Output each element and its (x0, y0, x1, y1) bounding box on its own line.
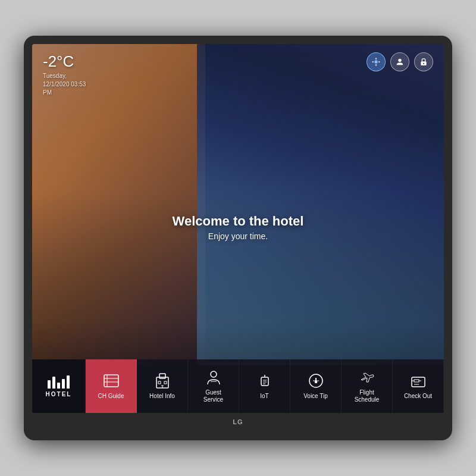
hotel-info-label: Hotel Info (149, 393, 175, 400)
bar1 (48, 380, 51, 389)
nav-item-voice-tip[interactable]: Voice Tip (290, 359, 342, 413)
bar2 (52, 377, 55, 389)
top-icon-group (367, 52, 433, 71)
svg-point-4 (378, 61, 380, 63)
svg-point-1 (375, 58, 377, 60)
svg-rect-31 (414, 380, 419, 382)
tv-display: -2°C Tuesday, 12/1/2020 03:53 PM (24, 36, 452, 440)
guest-service-label: GuestService (203, 389, 223, 403)
hotel-bar-icon (48, 375, 70, 389)
bar4 (62, 379, 65, 389)
iot-label: IoT (260, 393, 268, 400)
weather-widget: -2°C Tuesday, 12/1/2020 03:53 PM (43, 52, 86, 97)
hotel-info-icon (153, 372, 172, 389)
nav-item-iot[interactable]: IoT (239, 359, 290, 413)
svg-rect-13 (159, 374, 165, 378)
nav-item-guest-service[interactable]: GuestService (188, 359, 239, 413)
ch-guide-label: CH Guide (98, 393, 124, 400)
ch-guide-icon (102, 372, 121, 389)
svg-rect-20 (261, 377, 268, 386)
tv-screen: -2°C Tuesday, 12/1/2020 03:53 PM (32, 44, 444, 413)
lg-logo: LG (233, 418, 243, 425)
iot-icon (255, 372, 274, 389)
svg-rect-15 (164, 381, 167, 384)
welcome-title: Welcome to the hotel (173, 214, 304, 229)
check-out-label: Check Out (404, 393, 432, 400)
check-out-icon (409, 372, 428, 389)
hotel-logo: HOTEL (32, 359, 86, 413)
flight-schedule-label: FlightSchedule (355, 389, 380, 403)
bar5 (67, 375, 70, 389)
service-button[interactable] (390, 52, 409, 71)
nav-bar: HOTEL CH Guide (32, 359, 444, 413)
tv-brand-bar: LG (233, 415, 243, 428)
date-time-display: Tuesday, 12/1/2020 03:53 PM (43, 72, 86, 97)
top-bar: -2°C Tuesday, 12/1/2020 03:53 PM (32, 44, 444, 105)
nav-item-flight-schedule[interactable]: FlightSchedule (342, 359, 393, 413)
svg-rect-14 (158, 381, 161, 384)
nav-item-hotel-info[interactable]: Hotel Info (137, 359, 188, 413)
welcome-message: Welcome to the hotel Enjoy your time. (173, 214, 304, 241)
svg-point-18 (211, 371, 217, 377)
svg-rect-8 (104, 375, 118, 387)
lock-button[interactable] (414, 52, 433, 71)
nav-item-check-out[interactable]: Check Out (393, 359, 444, 413)
svg-point-27 (315, 381, 317, 383)
welcome-subtitle: Enjoy your time. (173, 231, 304, 241)
voice-tip-label: Voice Tip (303, 393, 328, 400)
ai-button[interactable] (367, 52, 386, 71)
flight-schedule-icon (358, 369, 377, 386)
svg-point-7 (423, 63, 424, 64)
svg-point-3 (372, 61, 374, 63)
svg-point-0 (374, 60, 377, 63)
svg-point-2 (375, 64, 377, 66)
bar3 (57, 383, 60, 389)
temperature-display: -2°C (43, 52, 86, 71)
hotel-label: HOTEL (46, 391, 72, 397)
voice-tip-icon (306, 372, 325, 389)
nav-item-ch-guide[interactable]: CH Guide (86, 359, 137, 413)
guest-service-icon (204, 369, 223, 386)
svg-point-5 (398, 59, 401, 62)
